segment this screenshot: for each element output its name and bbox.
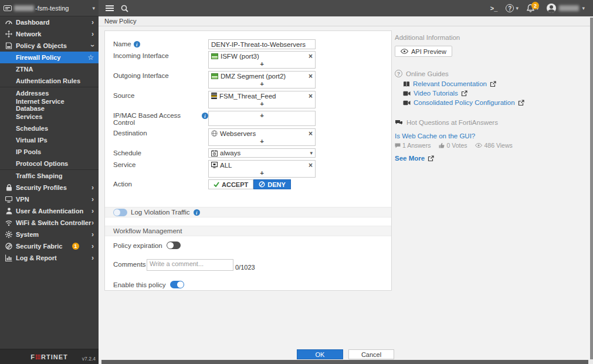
- sidebar-item-schedules[interactable]: Schedules: [0, 123, 99, 134]
- new-policy-form: Namei Incoming Interface ISFW (port3) × …: [104, 30, 392, 291]
- info-icon[interactable]: i: [202, 113, 208, 119]
- views-stat: 486 Views: [475, 142, 512, 149]
- user-menu[interactable]: ▾: [547, 4, 585, 13]
- deny-button[interactable]: DENY: [253, 179, 291, 189]
- security-fabric-icon: [5, 243, 13, 250]
- schedule-dropdown[interactable]: always ▾: [208, 148, 316, 158]
- sidebar-item-firewall-policy[interactable]: Firewall Policy ☆: [0, 52, 99, 63]
- selected-source-entry[interactable]: FSM_Threat_Feed ×: [209, 91, 315, 100]
- policy-name-input[interactable]: [208, 39, 316, 49]
- link-video-tutorials[interactable]: Video Tutorials: [403, 90, 580, 97]
- remove-entry-icon[interactable]: ×: [309, 53, 313, 60]
- question-link[interactable]: Is Web Cache on the GUI?: [395, 132, 580, 140]
- page-title: New Policy: [104, 18, 136, 25]
- sidebar-item-services[interactable]: Services: [0, 111, 99, 123]
- menu-icon[interactable]: [106, 5, 114, 11]
- sidebar-item-ztna[interactable]: ZTNA: [0, 63, 99, 75]
- comments-input[interactable]: [147, 259, 233, 271]
- favorite-star-icon[interactable]: ☆: [87, 53, 94, 62]
- sidebar-item-virtual-ips[interactable]: Virtual IPs: [0, 134, 99, 146]
- enable-policy-label: Enable this policy: [113, 281, 166, 288]
- remove-entry-icon[interactable]: ×: [309, 73, 313, 80]
- external-link-icon: [518, 100, 524, 106]
- chevron-down-icon: ›: [89, 45, 97, 47]
- link-relevant-documentation[interactable]: Relevant Documentation: [403, 80, 580, 87]
- add-entry-button[interactable]: +: [209, 111, 315, 120]
- service-all-icon: [211, 162, 218, 168]
- info-icon[interactable]: i: [134, 41, 140, 47]
- sidebar-item-authentication-rules[interactable]: Authentication Rules: [0, 75, 99, 87]
- info-icon[interactable]: i: [194, 209, 200, 216]
- action-segmented-control: ACCEPT DENY: [208, 179, 291, 189]
- policy-expiration-toggle[interactable]: [167, 241, 181, 249]
- remove-entry-icon[interactable]: ×: [309, 130, 313, 137]
- add-entry-button[interactable]: +: [209, 60, 315, 68]
- vertical-scrollbar-thumb[interactable]: [590, 18, 593, 359]
- notifications-menu[interactable]: 2 ▾: [527, 4, 539, 12]
- link-consolidated-policy-configuration[interactable]: Consolidated Policy Configuration: [403, 99, 580, 106]
- horizontal-scrollbar-thumb[interactable]: [101, 360, 588, 364]
- remove-entry-icon[interactable]: ×: [309, 162, 313, 169]
- sidebar-item-network[interactable]: Network ›: [0, 28, 99, 40]
- fortinet-logo-grid: [36, 355, 40, 359]
- remove-entry-icon[interactable]: ×: [309, 93, 313, 100]
- sidebar-item-security-profiles[interactable]: Security Profiles ›: [0, 182, 99, 193]
- log-violation-toggle[interactable]: [113, 209, 127, 216]
- network-icon: [5, 30, 13, 38]
- add-entry-button[interactable]: +: [209, 100, 315, 108]
- chevron-right-icon: ›: [92, 219, 94, 227]
- cli-console-icon[interactable]: >_: [490, 5, 498, 12]
- ok-button[interactable]: OK: [297, 349, 343, 359]
- selected-interface-entry[interactable]: DMZ Segment (port2) ×: [209, 72, 315, 80]
- sidebar-item-addresses[interactable]: Addresses: [0, 87, 99, 99]
- sidebar-item-security-fabric[interactable]: Security Fabric 1 ›: [0, 240, 99, 252]
- sidebar-item-user-authentication[interactable]: User & Authentication ›: [0, 205, 99, 217]
- chevron-right-icon: ›: [92, 254, 94, 262]
- external-link-icon: [490, 81, 496, 87]
- sidebar-item-policy-objects[interactable]: Policy & Objects ›: [0, 40, 99, 52]
- policy-expiration-label: Policy expiration: [113, 242, 162, 249]
- enable-policy-toggle[interactable]: [170, 281, 184, 288]
- video-camera-icon: [403, 100, 411, 106]
- redacted-username: [559, 5, 579, 11]
- service-field: ALL × +: [208, 160, 316, 178]
- gear-icon: [5, 231, 13, 238]
- name-label: Name: [113, 40, 131, 47]
- api-preview-button[interactable]: API Preview: [395, 46, 452, 57]
- selected-interface-entry[interactable]: ISFW (port3) ×: [209, 52, 315, 60]
- bar-chart-icon: [5, 254, 13, 261]
- sidebar-item-system[interactable]: System ›: [0, 229, 99, 240]
- horizontal-scrollbar[interactable]: [99, 360, 593, 364]
- outgoing-interface-label: Outgoing Interface: [113, 72, 169, 79]
- search-icon[interactable]: [121, 5, 128, 12]
- selected-destination-entry[interactable]: Webservers ×: [209, 129, 315, 138]
- sidebar-item-vpn[interactable]: VPN ›: [0, 193, 99, 205]
- add-entry-button[interactable]: +: [209, 138, 315, 145]
- selected-service-entry[interactable]: ALL ×: [209, 161, 315, 169]
- chevron-down-icon: ▾: [310, 150, 313, 156]
- external-link-icon: [461, 90, 467, 97]
- sidebar-item-traffic-shaping[interactable]: Traffic Shaping: [0, 170, 99, 182]
- sidebar-item-dashboard[interactable]: Dashboard ›: [0, 16, 99, 28]
- device-name-suffix: -fsm-testing: [35, 5, 69, 12]
- device-selector[interactable]: -fsm-testing ▾: [0, 0, 99, 16]
- help-menu[interactable]: ? ▾: [506, 4, 519, 12]
- chevron-right-icon: ›: [92, 230, 94, 239]
- cancel-button[interactable]: Cancel: [348, 349, 394, 359]
- sidebar-item-internet-service-database[interactable]: Internet Service Database: [0, 99, 99, 111]
- fortinet-logo: F RTINET: [31, 353, 67, 360]
- sidebar-item-log-report[interactable]: Log & Report ›: [0, 252, 99, 264]
- accept-button[interactable]: ACCEPT: [208, 179, 253, 189]
- ipmac-label: IP/MAC Based Access Control: [113, 112, 199, 126]
- answers-stat: 1 Answers: [395, 142, 431, 149]
- add-entry-button[interactable]: +: [209, 169, 315, 177]
- source-field: FSM_Threat_Feed × +: [208, 91, 316, 108]
- see-more-link[interactable]: See More: [395, 155, 580, 162]
- vertical-scrollbar[interactable]: [590, 17, 593, 360]
- add-entry-button[interactable]: +: [209, 80, 315, 88]
- chevron-right-icon: ›: [92, 195, 94, 203]
- sidebar-item-protocol-options[interactable]: Protocol Options: [0, 158, 99, 169]
- sidebar-item-wifi-switch-controller[interactable]: WiFi & Switch Controller ›: [0, 217, 99, 229]
- book-icon: [403, 81, 410, 87]
- sidebar-item-ip-pools[interactable]: IP Pools: [0, 146, 99, 158]
